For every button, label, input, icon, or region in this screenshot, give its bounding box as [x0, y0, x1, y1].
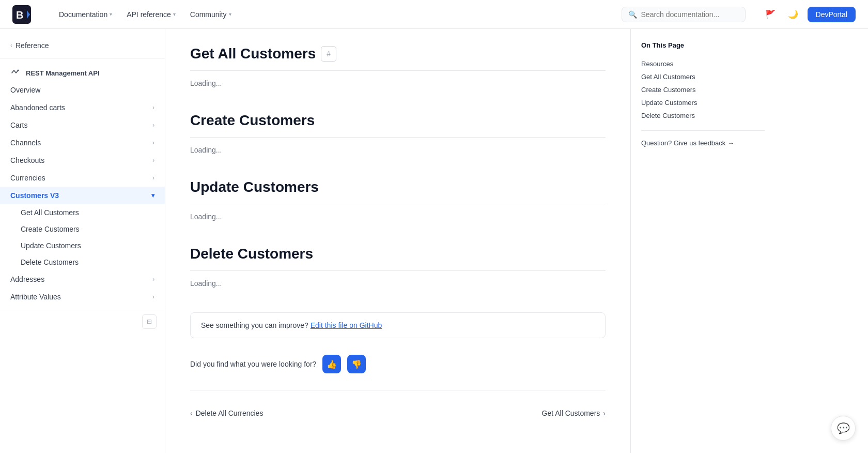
subitem-delete-customers[interactable]: Delete Customers — [0, 254, 165, 270]
on-page-delete-customers[interactable]: Delete Customers — [641, 109, 765, 122]
sidebar-item-currencies[interactable]: Currencies › — [0, 169, 165, 187]
delete-customers-title: Delete Customers — [190, 246, 606, 271]
chevron-down-icon: ▾ — [110, 11, 112, 17]
main-content: Get All Customers # Loading... Create Cu… — [165, 29, 630, 453]
create-customers-loading: Loading... — [190, 146, 606, 154]
chevron-right-icon: › — [152, 276, 154, 283]
chevron-right-icon: › — [152, 139, 154, 146]
prev-next-nav: ‹ Delete All Currencies Get All Customer… — [190, 403, 606, 424]
customers-v3-subitems: Get All Customers Create Customers Updat… — [0, 204, 165, 270]
thumbs-up-button[interactable]: 👍 — [322, 355, 341, 373]
get-all-customers-loading: Loading... — [190, 79, 606, 87]
chat-bubble-button[interactable]: 💬 — [831, 416, 856, 441]
sidebar-item-addresses[interactable]: Addresses › — [0, 270, 165, 288]
nav-api-reference[interactable]: API reference ▾ — [119, 6, 183, 23]
svg-text:B: B — [16, 9, 23, 21]
left-sidebar: ‹ Reference REST Management API Overview… — [0, 29, 165, 453]
get-all-customers-title: Get All Customers # — [190, 46, 606, 71]
subitem-get-all-customers[interactable]: Get All Customers — [0, 204, 165, 221]
search-input[interactable] — [641, 10, 739, 19]
chevron-right-icon: › — [152, 157, 154, 164]
chevron-down-icon: ▾ — [151, 192, 154, 199]
nav-links: Documentation ▾ API reference ▾ Communit… — [52, 6, 239, 23]
chevron-down-icon: ▾ — [229, 11, 231, 17]
sidebar-item-channels[interactable]: Channels › — [0, 134, 165, 152]
subitem-update-customers[interactable]: Update Customers — [0, 237, 165, 254]
section-update-customers: Update Customers Loading... — [190, 179, 606, 221]
edit-github-link[interactable]: Edit this file on GitHub — [311, 321, 382, 329]
sidebar-item-attribute-values[interactable]: Attribute Values › — [0, 288, 165, 306]
sidebar-collapse: ⊟ — [0, 310, 165, 333]
feedback-link[interactable]: Question? Give us feedback → — [641, 139, 765, 147]
search-bar[interactable]: 🔍 — [622, 7, 746, 22]
feedback-label: Did you find what you were looking for? — [190, 360, 316, 368]
anchor-icon[interactable]: # — [321, 46, 336, 62]
right-sidebar: On This Page Resources Get All Customers… — [630, 29, 775, 453]
feedback-row: Did you find what you were looking for? … — [190, 355, 606, 373]
chevron-right-icon: › — [152, 174, 154, 182]
sidebar-item-overview[interactable]: Overview — [0, 81, 165, 99]
reference-breadcrumb[interactable]: ‹ Reference — [0, 37, 165, 54]
topnav-icons: 🚩 🌙 DevPortal — [762, 6, 856, 23]
on-page-update-customers[interactable]: Update Customers — [641, 96, 765, 109]
sidebar-item-customers-v3[interactable]: Customers V3 ▾ — [0, 187, 165, 204]
chevron-right-icon: › — [152, 104, 154, 111]
chevron-right-icon: › — [152, 293, 154, 300]
page-divider — [190, 390, 606, 390]
arrow-left-icon: ‹ — [190, 409, 193, 417]
logo[interactable]: B — [12, 5, 31, 24]
nav-documentation[interactable]: Documentation ▾ — [52, 6, 119, 23]
thumbs-down-button[interactable]: 👎 — [347, 355, 366, 373]
right-sidebar-divider — [641, 130, 765, 131]
collapse-sidebar-button[interactable]: ⊟ — [142, 314, 157, 329]
prev-page-link[interactable]: ‹ Delete All Currencies — [190, 409, 263, 417]
section-create-customers: Create Customers Loading... — [190, 112, 606, 154]
chevron-down-icon: ▾ — [173, 11, 176, 17]
search-icon: 🔍 — [628, 10, 637, 19]
create-customers-title: Create Customers — [190, 112, 606, 138]
on-page-get-all-customers[interactable]: Get All Customers — [641, 70, 765, 83]
update-customers-title: Update Customers — [190, 179, 606, 204]
arrow-right-icon: › — [603, 409, 606, 417]
sidebar-item-abandoned-carts[interactable]: Abandoned carts › — [0, 99, 165, 116]
api-section-header: REST Management API — [0, 63, 165, 81]
sidebar-item-carts[interactable]: Carts › — [0, 116, 165, 134]
chevron-right-icon: › — [152, 122, 154, 129]
page-layout: ‹ Reference REST Management API Overview… — [0, 29, 868, 453]
chat-icon: 💬 — [837, 422, 850, 434]
subitem-create-customers[interactable]: Create Customers — [0, 221, 165, 237]
devportal-button[interactable]: DevPortal — [808, 7, 856, 22]
next-page-link[interactable]: Get All Customers › — [542, 409, 606, 417]
top-navigation: B Documentation ▾ API reference ▾ Commun… — [0, 0, 868, 29]
improve-box: See something you can improve? Edit this… — [190, 312, 606, 338]
api-icon — [10, 68, 21, 78]
section-delete-customers: Delete Customers Loading... — [190, 246, 606, 288]
nav-community[interactable]: Community ▾ — [183, 6, 239, 23]
on-page-resources[interactable]: Resources — [641, 57, 765, 70]
on-page-create-customers[interactable]: Create Customers — [641, 83, 765, 96]
sidebar-item-checkouts[interactable]: Checkouts › — [0, 152, 165, 169]
on-this-page-title: On This Page — [641, 41, 765, 49]
svg-point-3 — [18, 70, 19, 71]
update-customers-loading: Loading... — [190, 213, 606, 221]
section-get-all-customers: Get All Customers # Loading... — [190, 46, 606, 87]
dark-mode-icon[interactable]: 🌙 — [785, 6, 801, 23]
chevron-left-icon: ‹ — [10, 42, 12, 49]
flag-icon[interactable]: 🚩 — [762, 6, 779, 23]
sidebar-divider — [0, 58, 165, 58]
delete-customers-loading: Loading... — [190, 279, 606, 288]
